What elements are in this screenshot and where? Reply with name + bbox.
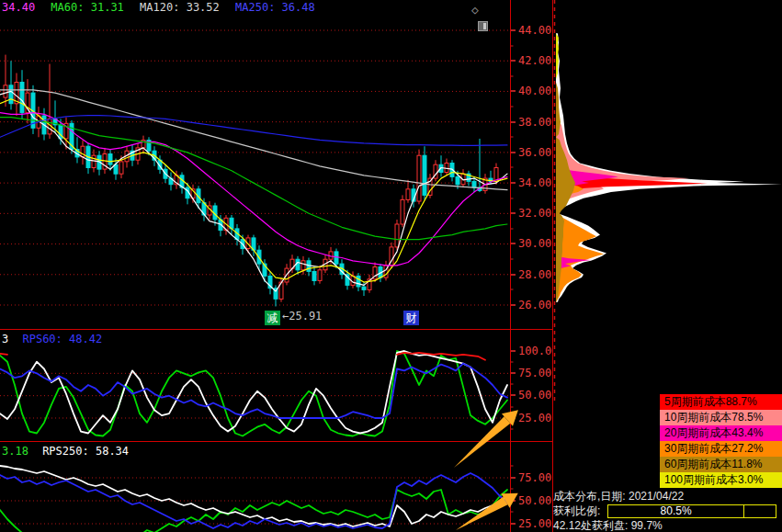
axis-label: 50.00 xyxy=(518,494,551,507)
profit-ratio-value: 80.5% xyxy=(608,505,744,517)
ma120-value: MA120: 33.52 xyxy=(140,1,220,14)
profit-ratio-bar: 80.5% xyxy=(607,504,776,518)
rps250-header: 3.18 RPS250: 58.34 xyxy=(2,445,138,458)
cost-distribution-histogram[interactable] xyxy=(553,0,782,404)
candle xyxy=(108,154,112,165)
stock-trading-app: 34.40 MA60: 31.31 MA120: 33.52 MA250: 36… xyxy=(0,0,782,532)
legend-item: 60周期前成本11.8% xyxy=(660,457,782,472)
legend-item: 5周期前成本88.7% xyxy=(660,394,782,410)
axis-label: 75.00 xyxy=(518,471,551,484)
window-icon[interactable] xyxy=(478,21,488,31)
rps-white-line xyxy=(0,351,507,434)
candle xyxy=(472,181,476,187)
axis-label: 40.00 xyxy=(518,85,551,97)
diamond-icon[interactable]: ◇ xyxy=(471,3,479,17)
candle xyxy=(119,162,123,174)
legend-item: 20周期前成本43.4% xyxy=(660,425,782,441)
ma250-value: MA250: 36.48 xyxy=(235,1,315,14)
legend-item: 100周期前成本3.0% xyxy=(660,472,782,488)
axis-label: 75.00 xyxy=(518,367,551,379)
profit-ratio-label: 获利比例: xyxy=(553,504,600,518)
panel-divider-1 xyxy=(0,329,553,330)
candle xyxy=(406,189,410,200)
axis-label: 100.00 xyxy=(518,345,552,357)
cost-legend: 5周期前成本88.7%10周期前成本78.5%20周期前成本43.4%30周期前… xyxy=(660,394,782,488)
profit-at-price-line: 42.12处获利盘: 99.7% xyxy=(553,518,780,532)
axis-label: 42.00 xyxy=(518,54,551,67)
axis-label: 36.00 xyxy=(518,146,551,159)
candle xyxy=(114,164,118,174)
rps-blue-line xyxy=(0,364,507,418)
rps-white-line xyxy=(0,466,507,526)
price-axis: 44.0042.0040.0038.0036.0034.0032.0030.00… xyxy=(510,0,552,532)
axis-label: 50.00 xyxy=(518,389,551,402)
cost-info-block: 成本分布,日期: 2021/04/22 获利比例: 80.5% 42.12处获利… xyxy=(553,489,780,532)
rps60-header: 3 RPS60: 48.42 xyxy=(2,333,111,345)
candlestick-chart[interactable] xyxy=(0,0,510,329)
candle xyxy=(312,272,316,281)
rps-green-line xyxy=(0,490,507,532)
rps250-prefix: 3.18 xyxy=(2,445,28,458)
candle xyxy=(357,276,360,287)
reduce-holdings-badge[interactable]: 减 xyxy=(265,311,280,325)
legend-item: 30周期前成本27.2% xyxy=(660,441,782,457)
candle xyxy=(456,177,459,185)
panel-divider-2 xyxy=(0,441,553,442)
candle xyxy=(395,224,399,247)
axis-label: 38.00 xyxy=(518,116,551,129)
rps60-value: RPS60: 48.42 xyxy=(22,333,102,345)
axis-label: 30.00 xyxy=(518,237,551,250)
axis-label: 28.00 xyxy=(518,268,551,281)
candle xyxy=(423,155,426,195)
current-price-value: 34.40 xyxy=(2,1,35,14)
rps-green-line xyxy=(0,351,507,436)
rps60-prefix: 3 xyxy=(2,333,8,345)
rps-red-line xyxy=(0,353,485,360)
axis-label: 25.00 xyxy=(518,412,551,424)
candle xyxy=(4,85,7,97)
candle xyxy=(318,270,322,281)
candle xyxy=(445,164,448,173)
ma60-value: MA60: 31.31 xyxy=(51,1,123,14)
chart-axis-divider xyxy=(510,0,511,532)
cost-date-line: 成本分布,日期: 2021/04/22 xyxy=(553,489,780,504)
MA120-line xyxy=(0,90,507,190)
candle xyxy=(81,146,85,157)
candle xyxy=(20,83,24,113)
low-price-label: ←25.91 xyxy=(282,310,322,323)
candle xyxy=(401,199,404,224)
rps250-value: RPS250: 58.34 xyxy=(42,445,129,458)
axis-label: 34.00 xyxy=(518,176,551,189)
finance-report-badge[interactable]: 财 xyxy=(403,311,419,325)
rps60-chart[interactable] xyxy=(0,330,510,441)
legend-item: 10周期前成本78.5% xyxy=(660,410,782,425)
main-chart-header: 34.40 MA60: 31.31 MA120: 33.52 MA250: 36… xyxy=(2,1,324,14)
candle xyxy=(296,259,300,270)
candle xyxy=(417,155,421,201)
axis-label: 32.00 xyxy=(518,207,551,220)
candle xyxy=(301,261,305,270)
axis-right-divider xyxy=(552,0,553,532)
axis-label: 44.00 xyxy=(518,24,551,37)
axis-label: 26.00 xyxy=(518,299,551,311)
candle xyxy=(9,85,13,104)
candle xyxy=(362,287,366,289)
MA250-line xyxy=(0,116,507,146)
candle xyxy=(334,252,338,264)
axis-label: 25.00 xyxy=(518,517,551,530)
